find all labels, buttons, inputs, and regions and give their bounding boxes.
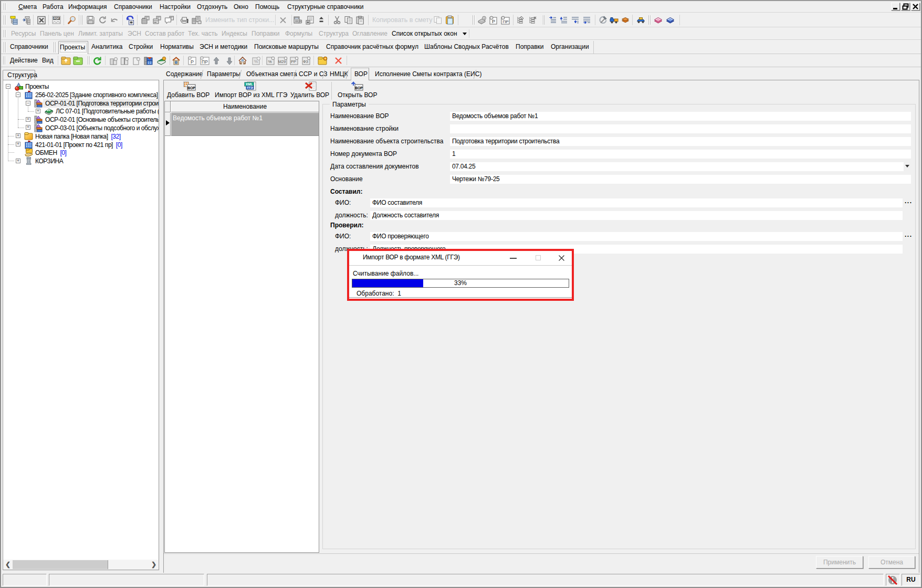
svg-text:P: P [191,59,194,65]
svg-text:ВОР: ВОР [187,86,195,90]
svg-text:ВОР: ВОР [355,86,363,90]
svg-text:ПР: ПР [502,19,508,24]
svg-text:XML: XML [246,82,253,86]
svg-text:ГГЭ: ГГЭ [247,86,253,89]
svg-text:P: P [492,19,495,24]
svg-text:РР: РР [291,59,296,64]
svg-text:М29: М29 [278,59,286,64]
svg-text:PDF: PDF [54,17,60,20]
svg-text:ПР: ПР [202,59,208,65]
svg-text:%: % [268,59,271,64]
svg-text:ФЗ: ФЗ [303,59,309,64]
